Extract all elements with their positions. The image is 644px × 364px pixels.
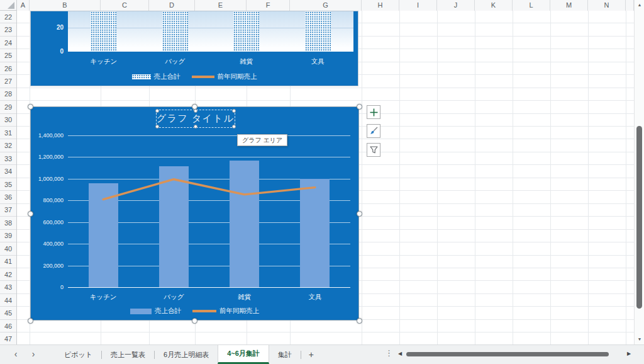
row-header-41[interactable]: 41 [0,256,16,268]
row-header-37[interactable]: 37 [0,204,16,217]
column-header-J[interactable]: J [437,0,475,11]
title-handle-dot[interactable] [194,125,197,128]
selection-handle[interactable] [192,104,197,110]
scroll-up-icon[interactable]: ▲ [635,1,644,9]
column-header-D[interactable]: D [149,0,195,11]
prev-sheet-button[interactable]: ‹ [9,345,23,364]
row-header-22[interactable]: 22 [0,11,16,23]
bar-文具[interactable] [305,11,331,52]
row-header-47[interactable]: 47 [0,333,16,344]
y-axis-label: 600,000 [31,219,64,226]
sheet-tab-3[interactable]: 6月売上明細表 [155,345,218,364]
legend-item[interactable]: 前年同期売上 [192,307,259,316]
line-series[interactable] [103,179,315,200]
column-header-G[interactable]: G [290,0,362,11]
column-header-H[interactable]: H [362,0,399,11]
sheet-tabs: ピボット売上一覧表6月売上明細表4~6月集計集計+ [55,345,321,364]
row-header-31[interactable]: 31 [0,127,16,139]
row-header-29[interactable]: 29 [0,101,16,113]
column-header-E[interactable]: E [195,0,247,11]
next-sheet-button[interactable]: › [26,345,40,364]
column-header-A[interactable]: A [17,0,30,11]
row-header-43[interactable]: 43 [0,281,16,293]
vertical-scroll-thumb[interactable] [636,126,642,309]
selection-handle[interactable] [28,211,33,217]
horizontal-scroll-thumb[interactable] [406,352,609,356]
bar-キッチン[interactable] [91,11,116,52]
title-handle-dot[interactable] [232,125,236,128]
row-header-33[interactable]: 33 [0,152,16,165]
row-header-28[interactable]: 28 [0,88,16,101]
row-header-24[interactable]: 24 [0,37,16,49]
scroll-left-icon[interactable]: ◀ [398,351,402,356]
chart-styles-button[interactable] [367,124,380,138]
row-header-34[interactable]: 34 [0,165,16,178]
row-header-44[interactable]: 44 [0,294,16,307]
row-header-32[interactable]: 32 [0,140,16,152]
row-header-25[interactable]: 25 [0,49,16,62]
selected-chart[interactable]: グラフ タイトル 1,400,0001,200,0001,000,000800,… [30,106,359,321]
row-header-23[interactable]: 23 [0,23,16,36]
selection-handle[interactable] [192,318,197,324]
selection-handle[interactable] [28,104,33,110]
bar-バッグ[interactable] [162,11,188,52]
chart-elements-button[interactable] [367,105,380,119]
top-chart[interactable]: 200キッチンバッグ雑貨文具売上合計前年同期売上 [30,11,358,86]
column-header-I[interactable]: I [399,0,437,11]
column-header-L[interactable]: L [513,0,550,11]
add-sheet-button[interactable]: + [301,345,321,364]
sheet-tab-bar: ‹ › ピボット売上一覧表6月売上明細表4~6月集計集計+ ⋮ ◀ ▶ [0,344,644,364]
vertical-scrollbar[interactable]: ▲ ▼ [634,0,644,344]
bar-文具[interactable] [300,179,330,287]
scroll-right-icon[interactable]: ▶ [627,351,631,356]
row-header-39[interactable]: 39 [0,230,16,242]
column-header-N[interactable]: N [588,0,626,11]
y-axis-label: 1,400,000 [31,132,64,139]
column-header-F[interactable]: F [247,0,290,11]
column-header-M[interactable]: M [550,0,588,11]
gridline [68,157,350,157]
sheet-tab-2[interactable]: 売上一覧表 [102,345,154,364]
tooltip-text: グラフ エリア [242,137,282,144]
title-handle-dot[interactable] [155,109,159,113]
selection-handle[interactable] [357,211,362,217]
column-header-C[interactable]: C [101,0,149,11]
select-all-corner[interactable] [0,0,17,11]
title-handle-dot[interactable] [232,109,236,113]
chart-filters-button[interactable] [367,143,380,157]
selection-handle[interactable] [357,318,362,324]
chart-title-box[interactable]: グラフ タイトル [156,110,235,128]
chart-area-tooltip: グラフ エリア [237,134,287,146]
row-header-38[interactable]: 38 [0,217,16,229]
row-header-35[interactable]: 35 [0,178,16,191]
bar-雑貨[interactable] [233,11,259,52]
legend-item[interactable]: 前年同期売上 [192,72,257,81]
grid-line [437,11,438,344]
sheet-tab-5[interactable]: 集計 [269,345,301,364]
sheet-grid[interactable]: 200キッチンバッグ雑貨文具売上合計前年同期売上 グラフ タイトル 1,400,… [17,11,634,344]
row-header-45[interactable]: 45 [0,307,16,319]
selection-handle[interactable] [28,318,33,324]
bar-バッグ[interactable] [159,166,189,287]
selection-handle[interactable] [357,104,362,110]
title-handle-dot[interactable] [155,125,159,128]
column-header-B[interactable]: B [30,0,101,11]
row-header-46[interactable]: 46 [0,320,16,333]
row-header-26[interactable]: 26 [0,62,16,75]
bar-キッチン[interactable] [89,183,118,287]
row-header-42[interactable]: 42 [0,268,16,281]
bar-雑貨[interactable] [230,161,259,287]
row-header-40[interactable]: 40 [0,242,16,255]
column-header-K[interactable]: K [475,0,513,11]
row-header-36[interactable]: 36 [0,191,16,203]
title-handle-dot[interactable] [194,109,197,113]
sheet-tab-1[interactable]: ピボット [55,345,101,364]
sheet-tab-4[interactable]: 4~6月集計 [218,345,269,364]
legend-item[interactable]: 売上合計 [132,72,180,81]
row-header-30[interactable]: 30 [0,114,16,127]
row-header-27[interactable]: 27 [0,75,16,88]
tab-overflow-dots-icon[interactable]: ⋮ [385,348,393,358]
legend-item[interactable]: 売上合計 [130,307,181,316]
scroll-down-icon[interactable]: ▼ [635,336,644,343]
category-label: 雑貨 [216,293,273,301]
